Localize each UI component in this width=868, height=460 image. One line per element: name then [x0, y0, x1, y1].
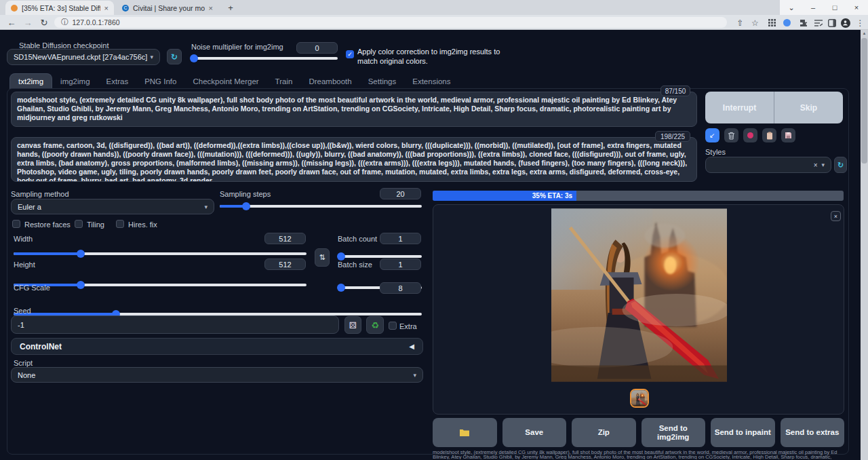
side-panel-icon[interactable] — [826, 17, 837, 28]
slider-knob[interactable] — [337, 252, 345, 261]
apply-style-button[interactable] — [762, 128, 776, 142]
reload-icon[interactable]: ↻ — [38, 16, 50, 28]
civitai-favicon-icon: C — [122, 5, 129, 12]
page-scrollbar[interactable]: ▲ — [861, 30, 868, 460]
playlist-icon[interactable] — [812, 17, 824, 28]
interrupt-button[interactable]: Interrupt — [705, 92, 774, 123]
generated-image[interactable] — [551, 208, 727, 382]
scroll-up-icon[interactable]: ▲ — [861, 30, 868, 37]
sampling-method-dropdown[interactable]: Euler a ▾ — [11, 199, 214, 214]
height-slider[interactable] — [14, 284, 307, 286]
gallery-close-button[interactable]: × — [831, 211, 841, 221]
apps-grid-icon[interactable] — [766, 17, 778, 28]
checkpoint-refresh-button[interactable]: ↻ — [167, 49, 182, 64]
restore-faces-checkbox[interactable] — [12, 220, 20, 228]
extra-seed-checkbox[interactable] — [389, 322, 397, 330]
hires-fix-checkbox[interactable] — [116, 220, 124, 228]
slider-knob[interactable] — [242, 202, 250, 210]
restore-faces-label: Restore faces — [24, 221, 71, 229]
scrollbar-thumb[interactable] — [861, 38, 867, 164]
share-icon[interactable]: ⇧ — [734, 17, 746, 28]
styles-dropdown[interactable]: × ▾ — [705, 157, 831, 173]
slider-knob[interactable] — [190, 54, 198, 62]
batch-count-slider[interactable] — [338, 255, 422, 258]
noise-multiplier-slider[interactable] — [191, 57, 338, 60]
tab-img2img[interactable]: img2img — [52, 74, 98, 89]
random-seed-button[interactable]: ⚄ — [344, 316, 361, 334]
open-folder-button[interactable] — [433, 418, 497, 447]
batch-size-value[interactable]: 1 — [380, 258, 421, 270]
controlnet-accordion[interactable]: ControlNet ◀ — [11, 338, 423, 355]
cfg-scale-value[interactable]: 8 — [380, 282, 421, 294]
sampling-steps-value[interactable]: 20 — [380, 188, 421, 199]
width-value[interactable]: 512 — [264, 233, 306, 244]
tiling-checkbox[interactable] — [75, 220, 83, 228]
save-button[interactable]: Save — [502, 418, 567, 447]
trash-icon — [728, 132, 735, 140]
tab-close-icon[interactable]: × — [209, 4, 213, 12]
window-close-button[interactable]: × — [846, 0, 867, 15]
seed-input[interactable]: -1 — [11, 315, 339, 334]
palette-icon — [747, 132, 753, 138]
slider-knob[interactable] — [77, 281, 85, 289]
script-dropdown[interactable]: None ▾ — [11, 367, 423, 383]
height-value[interactable]: 512 — [264, 258, 306, 270]
send-to-img2img-button[interactable]: Send to img2img — [642, 418, 706, 447]
browser-tab-civitai[interactable]: C Civitai | Share your models × — [117, 1, 218, 15]
site-info-icon[interactable]: ⓘ — [61, 18, 68, 27]
clear-prompt-button[interactable] — [724, 128, 738, 142]
tab-search-chevron-icon[interactable]: ⌄ — [781, 0, 802, 15]
sampling-steps-slider[interactable] — [220, 205, 422, 208]
swap-dimensions-button[interactable]: ⇅ — [315, 248, 330, 267]
extra-seed-label: Extra — [399, 322, 417, 330]
browser-tab-stable-diffusion[interactable]: [35% ETA: 3s] Stable Diffusion × — [5, 1, 114, 15]
checkpoint-dropdown[interactable]: SD15NewVAEpruned.ckpt [27a4ac756c] ▾ — [7, 49, 160, 65]
forward-icon[interactable]: → — [22, 16, 34, 28]
url-bar[interactable]: ⓘ 127.0.0.1:7860 — [54, 17, 727, 28]
controlnet-label: ControlNet — [20, 342, 62, 351]
negative-prompt-textarea[interactable]: canvas frame, cartoon, 3d, ((disfigured)… — [11, 137, 697, 182]
tab-checkpoint-merger[interactable]: Checkpoint Merger — [184, 74, 267, 89]
output-button-row: Save Zip Send to img2img Send to inpaint… — [433, 418, 844, 447]
zip-button[interactable]: Zip — [572, 418, 636, 447]
tab-png-info[interactable]: PNG Info — [136, 74, 184, 89]
extension-blue-icon[interactable] — [781, 17, 793, 28]
width-slider[interactable] — [14, 252, 307, 255]
batch-count-value[interactable]: 1 — [380, 233, 421, 244]
clear-styles-icon[interactable]: × — [814, 161, 818, 169]
thumbnail-image — [631, 390, 648, 406]
window-minimize-button[interactable]: – — [803, 0, 823, 15]
skip-button[interactable]: Skip — [774, 92, 843, 123]
send-to-inpaint-button[interactable]: Send to inpaint — [711, 418, 775, 447]
bookmark-star-icon[interactable]: ☆ — [749, 17, 761, 28]
extensions-puzzle-icon[interactable] — [797, 17, 809, 28]
tab-dreambooth[interactable]: Dreambooth — [300, 74, 359, 89]
back-icon[interactable]: ← — [5, 16, 18, 28]
seed-label: Seed — [14, 307, 31, 315]
send-to-extras-button[interactable]: Send to extras — [781, 418, 845, 447]
tab-extensions[interactable]: Extensions — [404, 74, 458, 89]
tab-extras[interactable]: Extras — [98, 74, 137, 89]
save-style-button[interactable] — [781, 128, 795, 142]
reuse-seed-button[interactable]: ♻ — [366, 316, 384, 334]
styles-palette-button[interactable] — [743, 128, 757, 142]
window-maximize-button[interactable]: □ — [825, 0, 845, 15]
slider-knob[interactable] — [77, 250, 85, 258]
tab-txt2img[interactable]: txt2img — [9, 73, 52, 89]
tab-settings[interactable]: Settings — [360, 74, 405, 89]
styles-refresh-button[interactable]: ↻ — [834, 157, 847, 173]
noise-multiplier-value[interactable]: 0 — [296, 42, 338, 54]
tab-title: [35% ETA: 3s] Stable Diffusion — [22, 4, 100, 12]
prompt-textarea[interactable]: modelshoot style, (extremely detailed CG… — [11, 92, 697, 127]
color-correction-checkbox[interactable]: ✓ — [346, 50, 354, 58]
paste-generation-params-button[interactable]: ↙ — [705, 128, 719, 142]
slider-knob[interactable] — [337, 284, 345, 292]
kebab-menu-icon[interactable]: ⋮ — [854, 17, 866, 28]
profile-avatar[interactable] — [840, 17, 851, 28]
tab-close-icon[interactable]: × — [104, 4, 108, 12]
floppy-disk-icon — [785, 132, 792, 139]
new-tab-button[interactable]: + — [225, 2, 236, 13]
gallery-thumbnail[interactable] — [630, 389, 649, 408]
tab-train[interactable]: Train — [267, 74, 301, 89]
width-label: Width — [14, 235, 33, 243]
